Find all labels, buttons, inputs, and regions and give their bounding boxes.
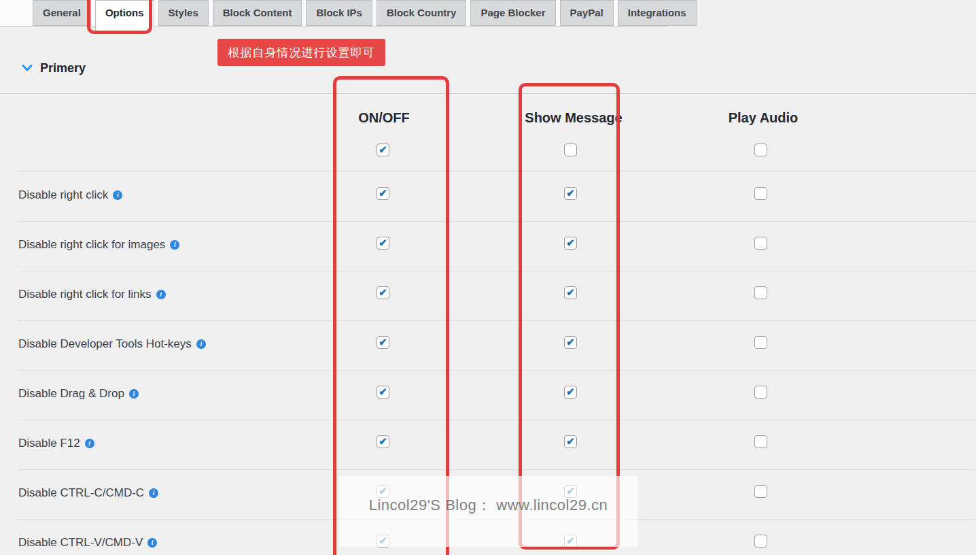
tab-block-content[interactable]: Block Content [213,0,302,26]
show-message-checkbox[interactable]: ✔ [564,286,577,299]
section-title: Primery [40,61,86,75]
tab-paypal[interactable]: PayPal [560,0,614,26]
info-icon[interactable]: i [147,538,157,548]
tab-bar: GeneralOptionsStylesBlock ContentBlock I… [0,0,667,27]
table-header: ON/OFF Show Message Play Audio ✔ [0,94,976,172]
on-off-checkbox[interactable]: ✔ [377,237,389,250]
show-message-checkbox[interactable]: ✔ [564,435,577,448]
play-audio-checkbox[interactable] [754,336,767,349]
row-label: Disable right clicki [18,188,122,202]
play-audio-checkbox[interactable] [754,435,767,448]
play-audio-checkbox[interactable] [754,535,767,548]
table-row: Disable CTRL-V/CMD-Vi ✔ ✔ [0,520,976,555]
row-label: Disable right click for linksi [18,288,166,301]
info-icon[interactable]: i [129,389,139,399]
tab-integrations[interactable]: Integrations [618,0,697,26]
table-row: Disable Drag & Dropi ✔ ✔ [0,371,976,420]
table-row: Disable CTRL-C/CMD-Ci ✔ ✔ [0,470,976,520]
show-message-checkbox[interactable]: ✔ [564,237,577,250]
row-label-text: Disable right click for images [18,238,165,251]
tab-general[interactable]: General [33,0,91,26]
column-header-show-message: Show Message [525,110,622,126]
table-body: Disable right clicki ✔ ✔ Disable right c… [0,172,976,555]
info-icon[interactable]: i [85,439,94,448]
on-off-checkbox[interactable]: ✔ [377,386,389,399]
column-header-play-audio: Play Audio [729,110,799,126]
row-label: Disable right click for imagesi [18,238,179,252]
info-icon[interactable]: i [196,339,206,349]
table-row: Disable right click for linksi ✔ ✔ [0,271,976,321]
tab-styles[interactable]: Styles [158,0,209,26]
tab-page-blocker[interactable]: Page Blocker [470,0,555,26]
row-label-text: Disable right click [18,188,108,201]
row-label: Disable CTRL-C/CMD-Ci [18,486,158,500]
section-header-primery[interactable]: Primery [20,58,86,78]
show-message-checkbox[interactable]: ✔ [564,535,577,548]
tab-options[interactable]: Options [95,0,154,31]
table-row: Disable F12i ✔ ✔ [0,420,976,470]
row-label-text: Disable Developer Tools Hot-keys [18,337,192,350]
nav-tabs: GeneralOptionsStylesBlock ContentBlock I… [33,0,701,31]
table-row: Disable right clicki ✔ ✔ [0,172,976,222]
on-off-checkbox[interactable]: ✔ [377,435,389,448]
tab-block-ips[interactable]: Block IPs [306,0,372,26]
row-label: Disable F12i [18,437,94,450]
show-message-master-checkbox[interactable] [564,144,577,156]
info-icon[interactable]: i [149,488,158,498]
row-label: Disable Developer Tools Hot-keysi [18,337,206,351]
on-off-checkbox[interactable]: ✔ [377,187,389,200]
column-header-on-off: ON/OFF [358,110,410,126]
show-message-checkbox[interactable]: ✔ [564,386,577,399]
table-row: Disable Developer Tools Hot-keysi ✔ ✔ [0,321,976,371]
on-off-checkbox[interactable]: ✔ [377,286,389,299]
annotation-banner: 根据自身情况进行设置即可 [217,39,385,66]
chevron-down-icon [20,61,34,75]
tab-block-country[interactable]: Block Country [377,0,467,26]
play-audio-checkbox[interactable] [754,187,767,200]
row-label-text: Disable right click for links [18,288,152,301]
scrollbar-track[interactable] [976,0,980,555]
row-label: Disable CTRL-V/CMD-Vi [18,536,157,550]
info-icon[interactable]: i [170,240,179,250]
play-audio-checkbox[interactable] [754,237,767,250]
row-label: Disable Drag & Dropi [18,387,139,401]
play-audio-checkbox[interactable] [754,386,767,399]
on-off-checkbox[interactable]: ✔ [377,485,389,498]
on-off-checkbox[interactable]: ✔ [377,535,389,548]
play-audio-master-checkbox[interactable] [754,144,767,156]
play-audio-checkbox[interactable] [754,286,767,299]
row-label-text: Disable CTRL-V/CMD-V [18,536,143,549]
on-off-checkbox[interactable]: ✔ [377,336,389,349]
info-icon[interactable]: i [156,290,166,299]
table-row: Disable right click for imagesi ✔ ✔ [0,222,976,271]
info-icon[interactable]: i [113,190,122,200]
play-audio-checkbox[interactable] [754,485,767,498]
show-message-checkbox[interactable]: ✔ [564,187,577,200]
on-off-master-checkbox[interactable]: ✔ [377,144,389,156]
row-label-text: Disable Drag & Drop [18,387,124,400]
row-label-text: Disable CTRL-C/CMD-C [18,486,144,499]
options-table: ON/OFF Show Message Play Audio ✔ Disable… [0,93,976,555]
show-message-checkbox[interactable]: ✔ [564,485,577,498]
show-message-checkbox[interactable]: ✔ [564,336,577,349]
row-label-text: Disable F12 [18,437,80,450]
